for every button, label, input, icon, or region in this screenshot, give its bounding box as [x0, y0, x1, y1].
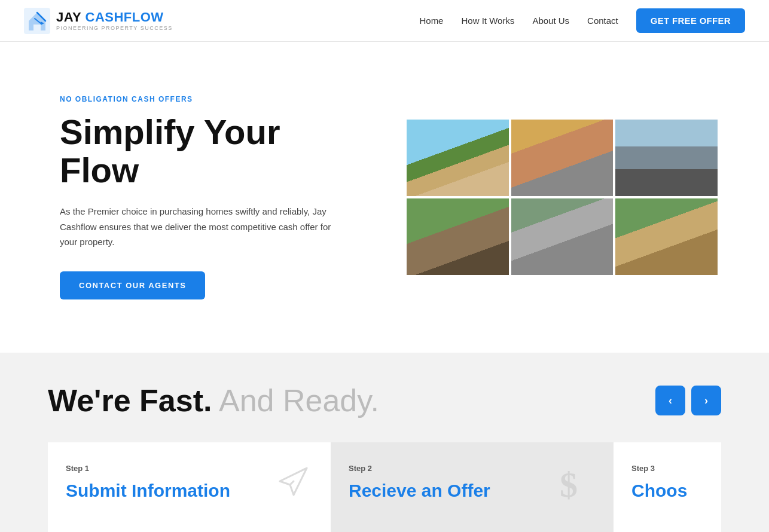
carousel-controls: ‹ › — [655, 386, 721, 415]
house-photo-3 — [615, 120, 718, 196]
house-photo-1 — [407, 120, 509, 196]
get-free-offer-button[interactable]: GET FREE OFFER — [636, 8, 745, 33]
step-3-title: Choos — [631, 480, 703, 502]
house-photo-2 — [511, 120, 614, 196]
hero-description: As the Premier choice in purchasing home… — [60, 204, 335, 250]
step-3-num: Step 3 — [631, 464, 703, 473]
house-photo-4 — [407, 198, 509, 275]
step-card-3: Step 3 Choos — [614, 442, 721, 532]
nav-how-it-works[interactable]: How It Works — [461, 16, 514, 26]
step-1-icon — [271, 462, 313, 512]
hero-section: NO OBLIGATION CASH OFFERS Simplify Your … — [0, 42, 769, 353]
carousel-next-button[interactable]: › — [691, 386, 721, 415]
logo: JAY CASHFLOW Pioneering Property Success — [24, 8, 173, 34]
steps-row: Step 1 Submit Information Step 2 Recieve… — [48, 442, 721, 532]
logo-text: JAY CASHFLOW Pioneering Property Success — [56, 10, 173, 30]
step-card-2: Step 2 Recieve an Offer $ — [331, 442, 614, 532]
hero-label: NO OBLIGATION CASH OFFERS — [60, 95, 371, 103]
svg-text:$: $ — [560, 465, 578, 504]
step-card-1: Step 1 Submit Information — [48, 442, 331, 532]
step-2-icon: $ — [554, 462, 596, 512]
logo-icon — [24, 8, 50, 34]
nav-contact[interactable]: Contact — [587, 16, 618, 26]
logo-subtitle: Pioneering Property Success — [56, 25, 173, 31]
bottom-title-gray: And Ready. — [212, 383, 379, 418]
hero-content: NO OBLIGATION CASH OFFERS Simplify Your … — [60, 95, 371, 299]
bottom-title-bold: We're Fast. — [48, 383, 212, 418]
nav-about-us[interactable]: About Us — [532, 16, 569, 26]
main-nav: Home How It Works About Us Contact GET F… — [419, 8, 745, 33]
photo-grid — [407, 120, 718, 275]
nav-home[interactable]: Home — [419, 16, 443, 26]
bottom-header: We're Fast. And Ready. ‹ › — [48, 383, 721, 418]
bottom-section: We're Fast. And Ready. ‹ › Step 1 Submit… — [0, 353, 769, 532]
contact-agents-button[interactable]: CONTACT OUR AGENTS — [60, 271, 205, 299]
hero-title-line1: Simplify Your — [60, 112, 280, 151]
logo-title: JAY CASHFLOW — [56, 10, 173, 25]
house-photo-6 — [615, 198, 718, 275]
main-header: JAY CASHFLOW Pioneering Property Success… — [0, 0, 769, 42]
hero-title: Simplify Your Flow — [60, 113, 371, 189]
house-photo-5 — [511, 198, 614, 275]
hero-title-line2: Flow — [60, 151, 139, 189]
carousel-prev-button[interactable]: ‹ — [655, 386, 685, 415]
bottom-title: We're Fast. And Ready. — [48, 383, 379, 418]
